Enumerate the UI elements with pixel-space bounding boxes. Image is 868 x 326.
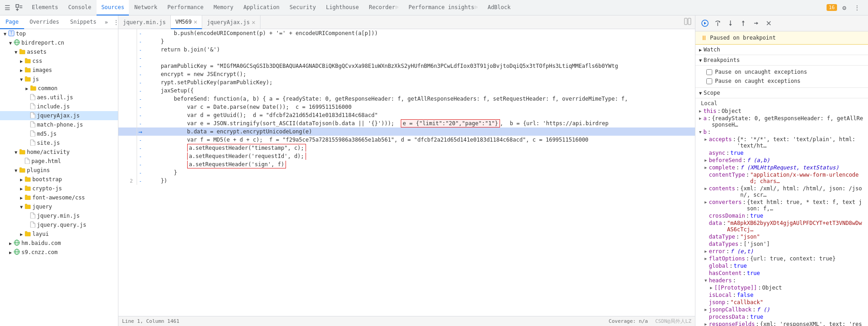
contenttype-value: "application/x-www-form-urlencoded; char…	[750, 172, 864, 184]
line-marker: -	[137, 136, 144, 144]
converters-arrow[interactable]: ▶	[705, 200, 707, 204]
subtab-snippets[interactable]: Snippets	[65, 15, 102, 29]
responsefields-arrow[interactable]: ▶	[705, 322, 707, 326]
tree-item-page-html[interactable]: page.html	[0, 157, 118, 166]
tab-performance[interactable]: Performance	[163, 0, 208, 15]
tab-recorder[interactable]: Recorder ⚐	[364, 0, 403, 15]
pause-uncaught-checkbox[interactable]	[706, 69, 712, 75]
flatoptions-arrow[interactable]: ▶	[705, 256, 707, 261]
code-line: - var f = MD5(e + d + c); f = "f29a5ce75…	[118, 136, 695, 144]
contenttype-key: contentType	[709, 172, 745, 178]
subtab-overrides[interactable]: Overrides	[24, 15, 65, 29]
subtab-page[interactable]: Page	[0, 15, 24, 29]
watch-section-header[interactable]: ▶ Watch	[695, 45, 868, 55]
tree-item-site-js[interactable]: site.js	[0, 138, 118, 148]
error-arrow[interactable]: ▶	[705, 249, 707, 254]
tree-item-images[interactable]: ▶images	[0, 66, 118, 75]
step-over-icon[interactable]	[712, 17, 724, 29]
subtabs-more-icon[interactable]: »	[102, 19, 111, 25]
local-scope-label: Local	[699, 99, 864, 107]
step-out-icon[interactable]	[737, 17, 749, 29]
scope-section-header[interactable]: ▼ Scope	[695, 88, 868, 98]
prototype-arrow[interactable]: ▶	[710, 285, 712, 290]
tab-console[interactable]: Console	[64, 0, 96, 15]
tree-item-s9-cnzz-com[interactable]: ▶s9.cnzz.com	[0, 248, 118, 257]
tree-item-jquery-query-js[interactable]: jquery.query.js	[0, 220, 118, 229]
b-arrow[interactable]: ▼	[699, 130, 701, 134]
breakpoints-section-header[interactable]: ▼ Breakpoints	[695, 55, 868, 66]
tree-item-include-js[interactable]: include.js	[0, 102, 118, 111]
tree-item-md5-js[interactable]: md5.js	[0, 129, 118, 138]
tab-application[interactable]: Application	[239, 0, 284, 15]
line-number	[118, 54, 137, 62]
tab-security[interactable]: Security	[285, 0, 321, 15]
new-snippet-icon[interactable]: ⋮	[111, 19, 118, 25]
file-tab-jquery-min[interactable]: jquery.min.js	[118, 15, 171, 29]
tree-item-jqueryajax-js[interactable]: jqueryAjax.js	[0, 111, 118, 120]
tab-performance-insights[interactable]: Performance insights ⚐	[404, 0, 482, 15]
code-line: - var d = getUuid(); d = "dfcbf2a21d65d1…	[118, 111, 695, 119]
code-line-boxed-1: - a.setRequestHeader("timestamp", c);	[118, 144, 695, 152]
deactivate-breakpoints-icon[interactable]	[763, 17, 775, 29]
headers-key: headers	[709, 277, 732, 284]
tree-item-icon	[19, 149, 26, 156]
tab-memory[interactable]: Memory	[209, 0, 238, 15]
settings-icon[interactable]: ⚙	[839, 2, 850, 13]
tree-item-jquery-min-js[interactable]: jquery.min.js	[0, 211, 118, 220]
more-options-icon[interactable]: ⋮	[852, 2, 863, 13]
devtools-menu-icon[interactable]: ☰	[2, 2, 13, 13]
code-content-area[interactable]: - b.push(encodeURIComponent(p) + '=' + e…	[118, 29, 695, 316]
step-into-icon[interactable]	[725, 17, 736, 29]
headers-arrow[interactable]: ▼	[705, 278, 707, 283]
tab-elements[interactable]: Elements	[27, 0, 63, 15]
tree-item-common[interactable]: ▶common	[0, 84, 118, 93]
tree-item-match-phone-js[interactable]: match-phone.js	[0, 120, 118, 129]
tree-item-aes-util-js[interactable]: aes.util.js	[0, 93, 118, 102]
jsonpcallback-arrow[interactable]: ▶	[705, 307, 707, 312]
tab-adblock[interactable]: AdBlock	[483, 0, 516, 15]
split-editor-icon[interactable]	[680, 18, 695, 26]
code-line: - var c = Date.parse(new Date()); c = 16…	[118, 103, 695, 111]
inspect-icon[interactable]	[14, 2, 25, 13]
tree-item-jquery[interactable]: ▼jquery	[0, 202, 118, 211]
tree-item-top[interactable]: ▼Ttop	[0, 29, 118, 38]
tree-item-bootstrap[interactable]: ▶bootstrap	[0, 175, 118, 184]
this-arrow[interactable]: ▶	[699, 109, 701, 113]
line-number	[118, 127, 137, 136]
accepts-arrow[interactable]: ▶	[705, 137, 707, 142]
svg-marker-19	[704, 22, 706, 25]
contents-arrow[interactable]: ▶	[705, 186, 707, 191]
close-vm-icon[interactable]: ×	[194, 18, 197, 25]
line-marker: -	[137, 62, 144, 70]
tree-item-assets[interactable]: ▼assets	[0, 47, 118, 56]
tab-lighthouse[interactable]: Lighthouse	[322, 0, 363, 15]
line-number	[118, 111, 137, 119]
file-tab-jquery-ajax[interactable]: jqueryAjax.js ×	[202, 15, 260, 29]
accepts-key: accepts	[709, 136, 732, 143]
complete-arrow[interactable]: ▶	[705, 165, 707, 170]
tree-item-font-awesome-css[interactable]: ▶font-awesome/css	[0, 193, 118, 202]
tab-network[interactable]: Network	[130, 0, 162, 15]
scope-item-converters: ▶ converters : {text html: true, * text:…	[699, 199, 864, 212]
hascontent-value: true	[747, 270, 760, 276]
close-ajax-icon[interactable]: ×	[251, 19, 255, 26]
tree-item-crypto-js[interactable]: ▶crypto-js	[0, 184, 118, 193]
tree-arrow-icon: ▶	[18, 194, 25, 201]
file-tab-vm569[interactable]: VM569 ×	[171, 15, 203, 29]
tree-item-birdreport-cn[interactable]: ▼birdreport.cn	[0, 38, 118, 47]
tree-item-js[interactable]: ▼js	[0, 75, 118, 84]
this-value: Object	[722, 108, 741, 114]
tree-item-hm-baidu-com[interactable]: ▶hm.baidu.com	[0, 239, 118, 248]
a-arrow[interactable]: ▶	[699, 116, 701, 121]
tree-item-layui[interactable]: ▶layui	[0, 229, 118, 239]
line-code: beforeSend: function(a, b) { a = {readyS…	[144, 95, 695, 103]
pause-resume-icon[interactable]	[699, 17, 711, 29]
tab-sources[interactable]: Sources	[97, 0, 129, 15]
pause-caught-checkbox[interactable]	[706, 78, 712, 84]
tree-item-css[interactable]: ▶css	[0, 56, 118, 66]
beforesend-arrow[interactable]: ▶	[705, 158, 707, 163]
tree-item-home-activity[interactable]: ▼home/activity	[0, 148, 118, 157]
line-code: b.data = encrypt.encryptUnicodeLong(e)	[144, 127, 695, 136]
tree-item-plugins[interactable]: ▼plugins	[0, 166, 118, 175]
step-icon[interactable]	[750, 17, 762, 29]
